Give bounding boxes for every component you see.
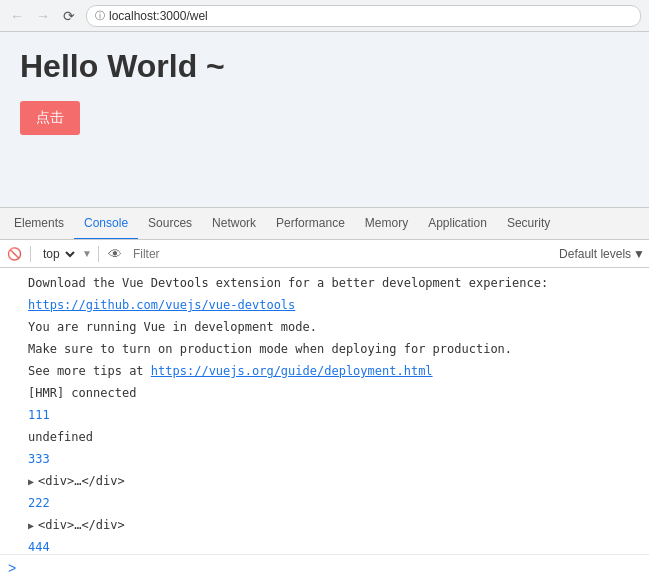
clear-console-icon[interactable]: 🚫 (4, 244, 24, 264)
url-display: localhost:3000/wel (109, 9, 208, 23)
page-content: Hello World ~ 点击 (0, 32, 649, 207)
console-undefined-line: undefined (0, 426, 649, 448)
console-line: [HMR] connected (0, 382, 649, 404)
console-dom-line[interactable]: ▶<div>…</div> (0, 514, 649, 536)
tab-performance[interactable]: Performance (266, 208, 355, 240)
info-icon: ⓘ (95, 9, 105, 23)
forward-button[interactable]: → (34, 7, 52, 25)
page-title: Hello World ~ (20, 48, 629, 85)
console-output: Download the Vue Devtools extension for … (0, 268, 649, 554)
tab-console[interactable]: Console (74, 208, 138, 240)
tab-security[interactable]: Security (497, 208, 560, 240)
console-number-line: 222 (0, 492, 649, 514)
console-prompt: > (0, 554, 649, 579)
click-button[interactable]: 点击 (20, 101, 80, 135)
devtools-tab-bar: Elements Console Sources Network Perform… (0, 208, 649, 240)
tab-network[interactable]: Network (202, 208, 266, 240)
address-bar[interactable]: ⓘ localhost:3000/wel (86, 5, 641, 27)
console-line: You are running Vue in development mode. (0, 316, 649, 338)
expand-icon: ▶ (28, 520, 34, 531)
levels-dropdown-icon: ▼ (633, 247, 645, 261)
tab-elements[interactable]: Elements (4, 208, 74, 240)
context-selector[interactable]: top (37, 244, 78, 264)
default-levels-button[interactable]: Default levels ▼ (559, 247, 645, 261)
console-number-line: 444 (0, 536, 649, 554)
back-button[interactable]: ← (8, 7, 26, 25)
console-toolbar: 🚫 top ▼ 👁 Default levels ▼ (0, 240, 649, 268)
prompt-arrow-icon: > (8, 560, 16, 576)
dropdown-arrow-icon: ▼ (82, 248, 92, 259)
console-dom-line[interactable]: ▶<div>…</div> (0, 470, 649, 492)
console-input[interactable] (20, 561, 641, 575)
tab-memory[interactable]: Memory (355, 208, 418, 240)
console-line: https://github.com/vuejs/vue-devtools (0, 294, 649, 316)
toolbar-divider (30, 246, 31, 262)
tab-sources[interactable]: Sources (138, 208, 202, 240)
tab-application[interactable]: Application (418, 208, 497, 240)
console-line: Download the Vue Devtools extension for … (0, 272, 649, 294)
console-line: Make sure to turn on production mode whe… (0, 338, 649, 360)
devtools-panel: Elements Console Sources Network Perform… (0, 207, 649, 579)
deployment-link[interactable]: https://vuejs.org/guide/deployment.html (151, 364, 433, 378)
console-number-line: 111 (0, 404, 649, 426)
filter-input[interactable] (129, 247, 555, 261)
browser-chrome: ← → ⟳ ⓘ localhost:3000/wel (0, 0, 649, 32)
toolbar-divider-2 (98, 246, 99, 262)
vue-devtools-link[interactable]: https://github.com/vuejs/vue-devtools (28, 298, 295, 312)
console-line: See more tips at https://vuejs.org/guide… (0, 360, 649, 382)
console-number-line: 333 (0, 448, 649, 470)
expand-icon: ▶ (28, 476, 34, 487)
eye-icon[interactable]: 👁 (105, 244, 125, 264)
reload-button[interactable]: ⟳ (60, 7, 78, 25)
